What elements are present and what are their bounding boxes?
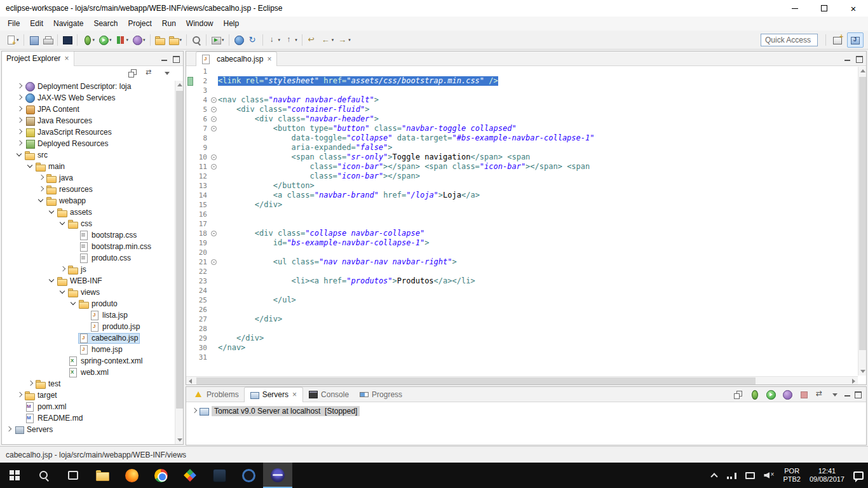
scrollbar-thumb[interactable] — [176, 91, 183, 409]
coverage-dropdown-icon[interactable]: ▾ — [126, 37, 129, 43]
taskbar-task-view-button[interactable] — [58, 463, 88, 488]
refresh-button[interactable] — [247, 32, 259, 48]
tree-item-js[interactable]: js — [2, 264, 175, 275]
scrollbar-thumb[interactable] — [196, 377, 756, 384]
expander-icon[interactable] — [48, 208, 57, 217]
tree-item-src[interactable]: src — [2, 149, 175, 161]
maximize-view-icon[interactable] — [173, 56, 179, 62]
tree-item-lista-jsp[interactable]: lista.jsp — [2, 309, 175, 321]
tree-item-produto[interactable]: produto — [2, 298, 175, 309]
expander-icon[interactable] — [26, 162, 35, 171]
collapse-fold-icon[interactable] — [211, 126, 217, 132]
code-line[interactable]: 30</nav> — [186, 343, 858, 353]
code-line[interactable]: 21 <ul class="nav navbar-nav navbar-righ… — [186, 257, 858, 267]
code-line[interactable]: 16 — [186, 210, 858, 219]
close-icon[interactable]: × — [266, 55, 272, 64]
next-annotation-dropdown-icon[interactable]: ▾ — [278, 37, 281, 43]
taskbar-chrome-button[interactable] — [146, 463, 175, 488]
expander-icon[interactable] — [15, 116, 24, 125]
taskbar-start-button[interactable] — [0, 463, 29, 488]
tab-progress[interactable]: Progress — [354, 387, 407, 402]
debug-button[interactable]: ▾ — [81, 32, 97, 48]
code-line[interactable]: 25 </ul> — [186, 295, 858, 305]
expander-icon[interactable] — [190, 407, 199, 416]
debug-dropdown-icon[interactable]: ▾ — [93, 37, 95, 43]
code-line[interactable]: 18 <div class="collapse navbar-collapse" — [186, 229, 858, 238]
tree-item-main[interactable]: main — [2, 161, 175, 172]
external-tools-button[interactable]: ▾ — [210, 32, 226, 48]
close-button[interactable]: × — [839, 0, 868, 17]
tree-item-bootstrap-css[interactable]: bootstrap.css — [2, 229, 175, 241]
expander-icon[interactable] — [58, 288, 67, 297]
network-tray-item[interactable] — [722, 463, 741, 488]
expander-icon[interactable] — [15, 151, 24, 159]
expander-icon[interactable] — [48, 276, 57, 285]
tree-item-views[interactable]: views — [2, 287, 175, 298]
code-line[interactable]: 24 — [186, 286, 858, 295]
code-line[interactable]: 14 <a class="navbar-brand" href="/loja">… — [186, 191, 858, 200]
start-server-button[interactable] — [764, 388, 777, 401]
minimize-view-icon[interactable] — [161, 56, 168, 62]
close-icon[interactable]: × — [292, 390, 297, 399]
profile-server-button[interactable] — [781, 388, 794, 401]
code-line[interactable]: 26 — [186, 305, 858, 315]
hidden-icons-button[interactable] — [706, 463, 722, 488]
profile-dropdown-icon[interactable]: ▾ — [143, 37, 146, 43]
taskbar-eclipse-button[interactable] — [263, 463, 292, 488]
debug-server-button[interactable] — [748, 388, 761, 401]
run-dropdown-icon[interactable]: ▾ — [109, 37, 112, 43]
tab-console[interactable]: Console — [303, 387, 354, 402]
minimize-view-icon[interactable] — [844, 391, 851, 397]
code-line[interactable]: 31 — [186, 353, 858, 362]
menu-help[interactable]: Help — [219, 17, 245, 30]
tree-item-test[interactable]: test — [2, 378, 175, 390]
code-line[interactable]: 27 </div> — [186, 315, 858, 324]
tree-item-deployed-resources[interactable]: Deployed Resources — [2, 138, 175, 149]
collapse-fold-icon[interactable] — [211, 154, 217, 160]
code-line[interactable]: 10 <span class="sr-only">Toggle navigati… — [186, 152, 858, 162]
code-line[interactable]: 5 <div class="container-fluid"> — [186, 105, 858, 114]
explorer-scrollbar[interactable] — [175, 81, 183, 444]
code-line[interactable]: 2<link rel="stylesheet" href="assets/css… — [186, 76, 858, 86]
code-line[interactable]: 12 class="icon-bar"></span> — [186, 172, 858, 181]
new-wizard-button[interactable]: ▾ — [4, 32, 20, 48]
clock[interactable]: 12:41 09/08/2017 — [805, 463, 849, 488]
quick-access-box[interactable]: Quick Access — [761, 34, 818, 46]
collapse-fold-icon[interactable] — [211, 231, 217, 236]
minimize-button[interactable] — [780, 0, 810, 17]
search-button[interactable] — [190, 32, 203, 48]
tree-item-java-resources[interactable]: Java Resources — [2, 115, 175, 126]
tree-item-deployment-descriptor-loja[interactable]: Deployment Descriptor: loja — [2, 81, 175, 92]
tree-item-javascript-resources[interactable]: JavaScript Resources — [2, 126, 175, 138]
code-line[interactable]: 13 </button> — [186, 181, 858, 191]
javaee-perspective-button[interactable] — [847, 32, 864, 48]
maximize-view-icon[interactable] — [855, 391, 861, 397]
tree-item-spring-context-xml[interactable]: spring-context.xml — [2, 355, 175, 367]
editor-hscrollbar[interactable] — [186, 376, 858, 384]
tree-item-webapp[interactable]: webapp — [2, 195, 175, 207]
tree-item-jax-ws-web-services[interactable]: JAX-WS Web Services — [2, 92, 175, 104]
external-tools-dropdown-icon[interactable]: ▾ — [222, 37, 224, 43]
volume-tray-item[interactable] — [759, 463, 778, 488]
next-annotation-button[interactable]: ▾ — [266, 32, 282, 48]
print-button[interactable] — [41, 32, 54, 48]
menu-project[interactable]: Project — [123, 17, 156, 30]
scrollbar-thumb[interactable] — [859, 77, 866, 350]
link-with-editor-icon[interactable] — [145, 69, 155, 78]
tree-item-css[interactable]: css — [2, 218, 175, 229]
taskbar-app-dark-button[interactable] — [205, 463, 234, 488]
taskbar-app-diamond-button[interactable] — [175, 463, 205, 488]
stop-server-button[interactable] — [797, 388, 810, 401]
expander-icon[interactable] — [37, 196, 46, 205]
server-row[interactable]: Tomcat v9.0 Server at localhost [Stopped… — [190, 405, 866, 417]
tree-item-produto-css[interactable]: produto.css — [2, 252, 175, 264]
tree-item-pom-xml[interactable]: pom.xml — [2, 401, 175, 412]
tree-item-resources[interactable]: resources — [2, 184, 175, 195]
last-edit-location-button[interactable] — [306, 32, 318, 48]
tree-item-servers[interactable]: Servers — [2, 424, 175, 435]
code-line[interactable]: 9 aria-expanded="false"> — [186, 143, 858, 152]
tree-item-produto-jsp[interactable]: produto.jsp — [2, 321, 175, 332]
tree-item-assets[interactable]: assets — [2, 207, 175, 218]
collapse-fold-icon[interactable] — [211, 259, 217, 265]
code-line[interactable]: 22 — [186, 267, 858, 276]
